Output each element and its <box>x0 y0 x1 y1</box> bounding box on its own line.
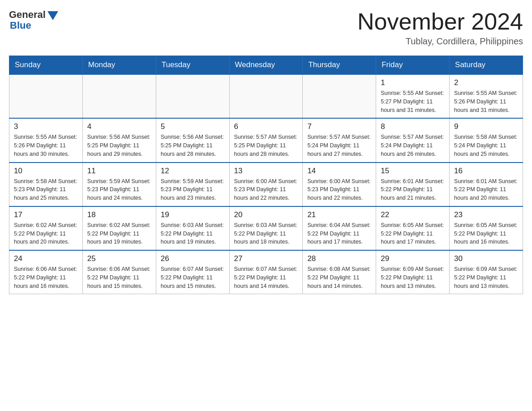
calendar-cell: 25Sunrise: 6:06 AM Sunset: 5:22 PM Dayli… <box>82 250 156 294</box>
location-subtitle: Tublay, Cordillera, Philippines <box>357 36 523 47</box>
day-info: Sunrise: 5:57 AM Sunset: 5:24 PM Dayligh… <box>307 133 371 158</box>
day-info: Sunrise: 5:55 AM Sunset: 5:27 PM Dayligh… <box>381 89 445 114</box>
day-number: 4 <box>87 122 151 131</box>
calendar-week-row: 24Sunrise: 6:06 AM Sunset: 5:22 PM Dayli… <box>9 250 523 294</box>
logo-blue-text: Blue <box>10 20 31 31</box>
day-number: 9 <box>454 122 518 131</box>
day-of-week-header: Thursday <box>303 56 376 75</box>
day-info: Sunrise: 5:58 AM Sunset: 5:23 PM Dayligh… <box>14 177 78 202</box>
calendar-cell: 2Sunrise: 5:55 AM Sunset: 5:26 PM Daylig… <box>450 74 523 118</box>
day-of-week-header: Saturday <box>450 56 523 75</box>
day-info: Sunrise: 6:04 AM Sunset: 5:22 PM Dayligh… <box>307 221 371 246</box>
day-number: 2 <box>454 78 518 87</box>
day-number: 23 <box>454 210 518 219</box>
calendar-cell: 5Sunrise: 5:56 AM Sunset: 5:25 PM Daylig… <box>156 118 229 162</box>
day-info: Sunrise: 6:07 AM Sunset: 5:22 PM Dayligh… <box>234 265 298 290</box>
calendar-table: SundayMondayTuesdayWednesdayThursdayFrid… <box>9 56 523 294</box>
day-info: Sunrise: 6:00 AM Sunset: 5:23 PM Dayligh… <box>234 177 298 202</box>
day-number: 13 <box>234 167 298 176</box>
day-number: 6 <box>234 122 298 131</box>
calendar-week-row: 1Sunrise: 5:55 AM Sunset: 5:27 PM Daylig… <box>9 74 523 118</box>
calendar-week-row: 17Sunrise: 6:02 AM Sunset: 5:22 PM Dayli… <box>9 206 523 250</box>
calendar-cell <box>156 74 229 118</box>
calendar-cell: 30Sunrise: 6:09 AM Sunset: 5:22 PM Dayli… <box>450 250 523 294</box>
calendar-cell: 18Sunrise: 6:02 AM Sunset: 5:22 PM Dayli… <box>82 206 156 250</box>
day-number: 24 <box>14 254 78 263</box>
day-number: 19 <box>161 210 225 219</box>
day-number: 3 <box>14 122 78 131</box>
day-number: 25 <box>87 254 151 263</box>
day-info: Sunrise: 6:07 AM Sunset: 5:22 PM Dayligh… <box>161 265 225 290</box>
day-number: 12 <box>161 167 225 176</box>
day-number: 14 <box>307 167 371 176</box>
day-number: 11 <box>87 167 151 176</box>
day-number: 20 <box>234 210 298 219</box>
day-info: Sunrise: 5:59 AM Sunset: 5:23 PM Dayligh… <box>87 177 151 202</box>
calendar-cell: 16Sunrise: 6:01 AM Sunset: 5:22 PM Dayli… <box>450 163 523 206</box>
day-info: Sunrise: 6:09 AM Sunset: 5:22 PM Dayligh… <box>381 265 445 290</box>
calendar-cell: 10Sunrise: 5:58 AM Sunset: 5:23 PM Dayli… <box>9 163 83 206</box>
calendar-cell: 3Sunrise: 5:55 AM Sunset: 5:26 PM Daylig… <box>9 118 83 162</box>
day-info: Sunrise: 6:03 AM Sunset: 5:22 PM Dayligh… <box>161 221 225 246</box>
calendar-cell: 17Sunrise: 6:02 AM Sunset: 5:22 PM Dayli… <box>9 206 83 250</box>
day-number: 21 <box>307 210 371 219</box>
day-of-week-header: Friday <box>376 56 450 75</box>
calendar-cell: 15Sunrise: 6:01 AM Sunset: 5:22 PM Dayli… <box>376 163 450 206</box>
month-title: November 2024 <box>357 9 523 34</box>
calendar-cell: 28Sunrise: 6:08 AM Sunset: 5:22 PM Dayli… <box>303 250 376 294</box>
day-info: Sunrise: 5:56 AM Sunset: 5:25 PM Dayligh… <box>161 133 225 158</box>
day-info: Sunrise: 5:55 AM Sunset: 5:26 PM Dayligh… <box>454 89 518 114</box>
calendar-cell: 12Sunrise: 5:59 AM Sunset: 5:23 PM Dayli… <box>156 163 229 206</box>
day-number: 27 <box>234 254 298 263</box>
day-info: Sunrise: 6:01 AM Sunset: 5:22 PM Dayligh… <box>381 177 445 202</box>
calendar-cell: 24Sunrise: 6:06 AM Sunset: 5:22 PM Dayli… <box>9 250 83 294</box>
day-info: Sunrise: 5:57 AM Sunset: 5:24 PM Dayligh… <box>381 133 445 158</box>
day-of-week-header: Tuesday <box>156 56 229 75</box>
day-number: 28 <box>307 254 371 263</box>
calendar-cell: 4Sunrise: 5:56 AM Sunset: 5:25 PM Daylig… <box>82 118 156 162</box>
day-of-week-header: Monday <box>82 56 156 75</box>
calendar-cell: 14Sunrise: 6:00 AM Sunset: 5:23 PM Dayli… <box>303 163 376 206</box>
day-info: Sunrise: 6:08 AM Sunset: 5:22 PM Dayligh… <box>307 265 371 290</box>
calendar-cell <box>303 74 376 118</box>
day-info: Sunrise: 6:09 AM Sunset: 5:22 PM Dayligh… <box>454 265 518 290</box>
calendar-cell <box>82 74 156 118</box>
calendar-cell: 9Sunrise: 5:58 AM Sunset: 5:24 PM Daylig… <box>450 118 523 162</box>
day-of-week-header: Sunday <box>9 56 83 75</box>
calendar-cell: 29Sunrise: 6:09 AM Sunset: 5:22 PM Dayli… <box>376 250 450 294</box>
day-number: 17 <box>14 210 78 219</box>
calendar-cell: 19Sunrise: 6:03 AM Sunset: 5:22 PM Dayli… <box>156 206 229 250</box>
calendar-week-row: 10Sunrise: 5:58 AM Sunset: 5:23 PM Dayli… <box>9 163 523 206</box>
title-area: November 2024 Tublay, Cordillera, Philip… <box>357 9 523 47</box>
day-info: Sunrise: 5:55 AM Sunset: 5:26 PM Dayligh… <box>14 133 78 158</box>
calendar-cell <box>229 74 303 118</box>
day-number: 5 <box>161 122 225 131</box>
day-number: 15 <box>381 167 445 176</box>
calendar-cell: 13Sunrise: 6:00 AM Sunset: 5:23 PM Dayli… <box>229 163 303 206</box>
calendar-cell: 23Sunrise: 6:05 AM Sunset: 5:22 PM Dayli… <box>450 206 523 250</box>
calendar-cell: 21Sunrise: 6:04 AM Sunset: 5:22 PM Dayli… <box>303 206 376 250</box>
day-number: 29 <box>381 254 445 263</box>
calendar-cell <box>9 74 83 118</box>
calendar-cell: 26Sunrise: 6:07 AM Sunset: 5:22 PM Dayli… <box>156 250 229 294</box>
calendar-cell: 27Sunrise: 6:07 AM Sunset: 5:22 PM Dayli… <box>229 250 303 294</box>
day-info: Sunrise: 5:56 AM Sunset: 5:25 PM Dayligh… <box>87 133 151 158</box>
day-info: Sunrise: 6:05 AM Sunset: 5:22 PM Dayligh… <box>454 221 518 246</box>
logo-general-text: General <box>9 9 46 21</box>
day-info: Sunrise: 5:58 AM Sunset: 5:24 PM Dayligh… <box>454 133 518 158</box>
calendar-cell: 1Sunrise: 5:55 AM Sunset: 5:27 PM Daylig… <box>376 74 450 118</box>
day-number: 1 <box>381 78 445 87</box>
calendar-cell: 8Sunrise: 5:57 AM Sunset: 5:24 PM Daylig… <box>376 118 450 162</box>
page-header: General Blue November 2024 Tublay, Cordi… <box>9 9 523 47</box>
logo: General Blue <box>9 9 58 31</box>
calendar-cell: 22Sunrise: 6:05 AM Sunset: 5:22 PM Dayli… <box>376 206 450 250</box>
calendar-cell: 6Sunrise: 5:57 AM Sunset: 5:25 PM Daylig… <box>229 118 303 162</box>
day-number: 7 <box>307 122 371 131</box>
day-info: Sunrise: 5:59 AM Sunset: 5:23 PM Dayligh… <box>161 177 225 202</box>
day-info: Sunrise: 6:05 AM Sunset: 5:22 PM Dayligh… <box>381 221 445 246</box>
day-info: Sunrise: 6:02 AM Sunset: 5:22 PM Dayligh… <box>87 221 151 246</box>
day-number: 16 <box>454 167 518 176</box>
day-number: 8 <box>381 122 445 131</box>
logo-triangle-icon <box>47 11 58 20</box>
day-number: 30 <box>454 254 518 263</box>
